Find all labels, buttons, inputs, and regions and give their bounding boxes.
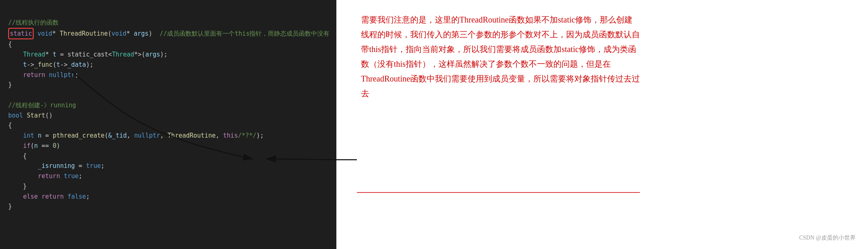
code-content: //线程执行的函数 static void* ThreadRoutine(voi… (8, 7, 328, 222)
code-line4: Thread* t = static_cast<Thread*>(args); (8, 51, 167, 58)
code-line5: t->_func(t->_data); (8, 61, 94, 68)
code-line2: static void* ThreadRoutine(void* args) /… (8, 30, 329, 37)
code-line7: } (8, 81, 12, 88)
code-line14: _isrunning = true; (8, 162, 105, 170)
annotation-panel: 需要我们注意的是，这里的ThreadRoutine函数如果不加static修饰，… (336, 0, 868, 249)
code-line10: { (8, 122, 12, 129)
code-line3: { (8, 41, 12, 48)
code-line16: } (8, 183, 27, 190)
code-line17: else return false; (8, 193, 90, 200)
code-line18: } (8, 203, 12, 210)
code-panel: //线程执行的函数 static void* ThreadRoutine(voi… (0, 0, 336, 249)
comment-line1: //线程执行的函数 (8, 19, 59, 26)
annotation-text: 需要我们注意的是，这里的ThreadRoutine函数如果不加static修饰，… (361, 12, 640, 101)
comment-line2: //线程创建-》running (8, 102, 76, 109)
static-keyword: static (8, 28, 34, 40)
code-line12: if(n == 0) (8, 142, 60, 149)
code-line6: return nullptr; (8, 71, 79, 79)
code-line15: return true; (8, 172, 82, 180)
code-line11: int n = pthread_create(&_tid, nullptr, T… (8, 132, 264, 139)
watermark: CSDN @皮蛋的小世界 (799, 234, 856, 242)
code-line13: { (8, 152, 27, 160)
code-line9: bool Start() (8, 112, 53, 119)
